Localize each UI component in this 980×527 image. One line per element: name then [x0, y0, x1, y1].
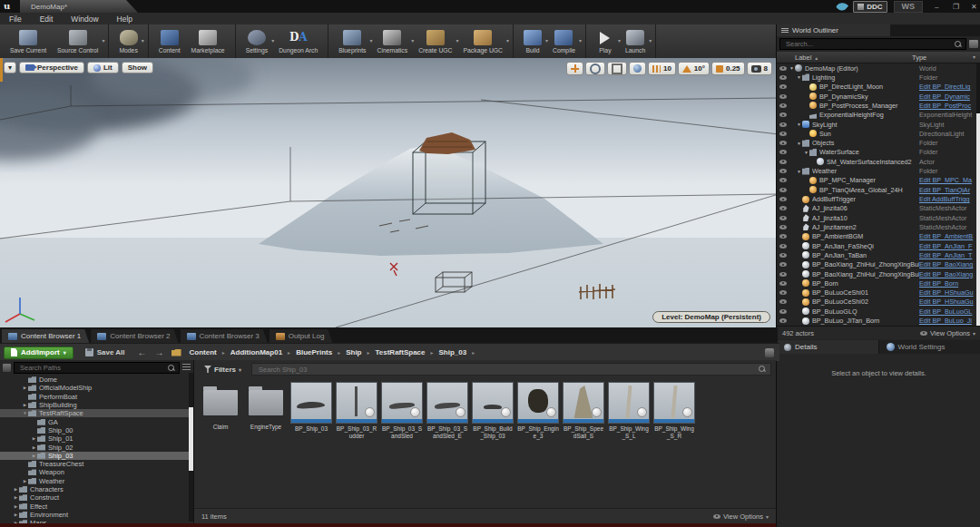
toolbar-button-play[interactable]: Play▾ [591, 29, 620, 54]
asset-bp-ship-wing-s-l[interactable]: BP_Ship_Wing_S_L [608, 382, 650, 440]
back-button[interactable]: ← [137, 347, 148, 357]
column-type[interactable]: Type▾ [912, 54, 980, 62]
scale-tool-button[interactable] [607, 62, 627, 75]
visibility-eye-icon[interactable] [777, 299, 789, 304]
edit-blueprint-link[interactable]: Edit BP_AnJian_T [919, 251, 980, 259]
move-tool-button[interactable] [566, 62, 583, 75]
asset-bp-ship-speedsail-s[interactable]: BP_Ship_SpeedSail_S [563, 382, 604, 440]
outliner-row[interactable]: BP_AnJian_FaSheQiEdit BP_AnJian_F [777, 241, 980, 250]
menu-help[interactable]: Help [108, 15, 142, 24]
asset-enginetype[interactable]: EngineType [245, 382, 287, 431]
toolbar-button-blueprints[interactable]: Blueprints▾ [333, 29, 371, 54]
chevron-down-icon[interactable]: ▾ [142, 37, 144, 44]
browser-settings-icon[interactable] [765, 348, 774, 357]
viewport[interactable]: ▾ Perspective Lit Show 10 10° [0, 58, 776, 327]
saved-search-icon[interactable] [969, 40, 978, 48]
tab-details[interactable]: Details [777, 340, 879, 354]
visibility-eye-icon[interactable] [777, 216, 789, 220]
chevron-down-icon[interactable]: ▾ [506, 37, 509, 44]
edit-blueprint-link[interactable]: Edit AddBuffTrigg [919, 195, 980, 203]
menu-file[interactable]: File [0, 15, 31, 24]
outliner-view-options-button[interactable]: View Options ▾ [920, 329, 975, 337]
expander-icon[interactable]: ▶ [13, 512, 19, 517]
breadcrumb-testraftspace[interactable]: TestRaftSpace [374, 348, 427, 356]
edit-blueprint-link[interactable]: Edit BP_Born [919, 279, 980, 288]
perspective-button[interactable]: Perspective [19, 62, 84, 73]
browser-view-options-button[interactable]: View Options ▾ [713, 512, 769, 521]
edit-blueprint-link[interactable]: Edit BP_BuLuoGL [919, 307, 980, 316]
edit-blueprint-link[interactable]: Edit BP_BaoXiang [919, 260, 980, 268]
outliner-row[interactable]: ▼DemoMap (Editor)World [777, 63, 980, 73]
outliner-row[interactable]: BP_BaoXiang_ZhiHui_ZhongXingBuLEdit BP_B… [777, 260, 980, 269]
edit-blueprint-link[interactable]: Edit BP_AmbientB [919, 232, 980, 240]
outliner-row[interactable]: BP_TianQiArea_Global_24HEdit BP_TianQiAr [777, 185, 980, 194]
outliner-row[interactable]: ExponentialHeightFogExponentialHeight [777, 111, 980, 120]
tree-item-characters[interactable]: ▶Characters [0, 485, 193, 493]
toolbar-button-settings[interactable]: Settings▾ [240, 29, 274, 54]
path-search-box[interactable] [14, 362, 180, 374]
outliner-row[interactable]: ▼ObjectsFolder [777, 139, 980, 148]
toolbar-button-modes[interactable]: Modes▾ [113, 29, 142, 54]
tree-item-weather[interactable]: ▶Weather [0, 477, 193, 485]
breadcrumb-blueprints[interactable]: BluePrints [294, 348, 334, 356]
expander-icon[interactable]: ▶ [31, 454, 37, 458]
toolbar-button-content[interactable]: Content [153, 29, 186, 54]
visibility-eye-icon[interactable] [777, 262, 789, 267]
visibility-eye-icon[interactable] [777, 141, 789, 145]
tree-item-ship-00[interactable]: Ship_00 [0, 426, 193, 434]
visibility-eye-icon[interactable] [777, 272, 789, 277]
asset-bp-ship-03[interactable]: BP_Ship_03 [290, 382, 332, 433]
visibility-eye-icon[interactable] [777, 160, 789, 164]
asset-bp-ship-engine-3[interactable]: BP_Ship_Engine_3 [517, 382, 559, 440]
world-local-toggle[interactable] [629, 62, 646, 75]
toolbar-button-create-ugc[interactable]: Create UGC▾ [413, 29, 457, 54]
tree-scrollbar[interactable] [189, 373, 193, 522]
outliner-row[interactable]: BP_BaoXiang_ZhiHui_ZhongXingBuLEdit BP_B… [777, 269, 980, 278]
visibility-eye-icon[interactable] [777, 309, 789, 314]
camera-speed-control[interactable]: 8 [747, 62, 772, 75]
visibility-eye-icon[interactable] [777, 150, 789, 154]
edit-blueprint-link[interactable]: Edit BP_DirectLig [919, 83, 980, 91]
outliner-row[interactable]: SM_WaterSurfaceInstanced2Actor [777, 157, 980, 166]
visibility-eye-icon[interactable] [777, 66, 789, 71]
tree-item-testraftspace[interactable]: ▼TestRaftSpace [0, 409, 193, 417]
visibility-eye-icon[interactable] [777, 112, 789, 117]
toolbar-button-source-control[interactable]: Source Control▾ [52, 29, 103, 54]
outliner-row[interactable]: ▼SkyLightSkyLight [777, 120, 980, 129]
scrollbar-thumb[interactable] [189, 407, 193, 471]
outliner-row[interactable]: SunDirectionalLight [777, 129, 980, 138]
toolbar-button-cinematics[interactable]: Cinematics▾ [372, 29, 414, 54]
viewport-scene[interactable] [0, 58, 776, 327]
expander-icon[interactable]: ▶ [22, 479, 28, 483]
add-import-button[interactable]: Add/Import ▾ [4, 346, 74, 359]
outliner-row[interactable]: AJ_jinzita06StaticMeshActor [777, 204, 980, 213]
edit-blueprint-link[interactable]: Edit BP_BuLuo_Ji [919, 317, 980, 325]
forward-button[interactable]: → [154, 347, 165, 357]
outliner-row[interactable]: BP_BuLuoCeShi02Edit BP_HShuaGu [777, 298, 980, 307]
chevron-down-icon[interactable]: ▾ [579, 37, 582, 44]
toolbar-button-launch[interactable]: Launch▾ [620, 29, 651, 54]
visibility-eye-icon[interactable] [777, 281, 789, 286]
expander-icon[interactable]: ▼ [796, 169, 802, 174]
visibility-eye-icon[interactable] [777, 318, 789, 323]
tree-item-ship-03[interactable]: ▶Ship_03 [0, 452, 193, 460]
visibility-eye-icon[interactable] [777, 206, 789, 210]
list-view-icon[interactable] [182, 364, 191, 372]
visibility-eye-icon[interactable] [777, 197, 789, 201]
rotation-snap-control[interactable]: 10° [678, 62, 710, 75]
expander-icon[interactable]: ▶ [13, 487, 19, 492]
outliner-row[interactable]: BP_DirectLight_MoonEdit BP_DirectLig [777, 83, 980, 92]
tab-content-browser-2[interactable]: Content Browser 2 [91, 329, 178, 343]
tree-item-treasurechest[interactable]: TreasureChest [0, 460, 193, 468]
show-button[interactable]: Show [122, 62, 153, 73]
visibility-eye-icon[interactable] [777, 75, 789, 80]
breadcrumb-additionmap01[interactable]: AdditionMap01 [229, 348, 284, 356]
outliner-row[interactable]: BP_BuLuoGLQEdit BP_BuLuoGL [777, 307, 980, 316]
visibility-eye-icon[interactable] [777, 132, 789, 136]
outliner-row[interactable]: AJ_jinzitamen2StaticMeshActor [777, 222, 980, 231]
outliner-row[interactable]: BP_BuLuoCeShi01Edit BP_HShuaGu [777, 288, 980, 298]
toolbar-button-package-ugc[interactable]: Package UGC▾ [458, 29, 508, 54]
tab-output-log[interactable]: Output Log [270, 329, 333, 343]
expander-icon[interactable]: ▼ [796, 141, 802, 146]
visibility-eye-icon[interactable] [777, 169, 789, 173]
